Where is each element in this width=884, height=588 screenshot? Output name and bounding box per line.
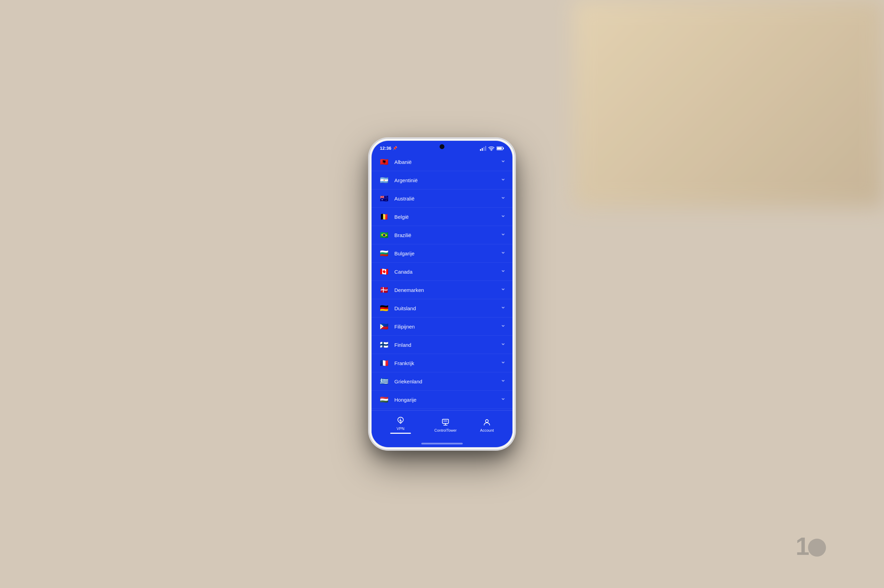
chevron-icon-france	[501, 360, 505, 366]
watermark: 1	[795, 532, 829, 560]
nav-item-vpn[interactable]: VPN	[385, 414, 416, 436]
bottom-nav: VPN ControlTo	[371, 410, 513, 443]
svg-point-11	[444, 420, 445, 422]
country-name-australia: Australië	[394, 196, 501, 201]
country-name-philippines: Filipijnen	[394, 324, 501, 330]
country-item-albania[interactable]: 🇦🇱 Albanië	[371, 153, 513, 171]
chevron-icon-argentina	[501, 177, 505, 183]
flag-greece: 🇬🇷	[379, 376, 389, 387]
svg-rect-1	[482, 148, 483, 151]
country-item-australia[interactable]: 🇦🇺 Australië	[371, 189, 513, 208]
country-name-brazil: Brazilië	[394, 232, 501, 238]
country-name-canada: Canada	[394, 269, 501, 274]
chevron-icon-albania	[501, 159, 505, 165]
svg-point-13	[447, 420, 448, 422]
status-time: 12:36	[380, 146, 391, 151]
watermark-text: 1	[795, 532, 809, 560]
phone-screen: 12:36 📌	[371, 141, 513, 447]
status-bar: 12:36 📌	[371, 141, 513, 153]
nav-item-account[interactable]: Account	[475, 416, 499, 435]
svg-point-14	[486, 420, 488, 422]
svg-rect-3	[485, 146, 486, 151]
signal-icon	[480, 146, 486, 151]
country-name-germany: Duitsland	[394, 305, 501, 311]
country-item-germany[interactable]: 🇩🇪 Duitsland	[371, 299, 513, 318]
country-item-argentina[interactable]: 🇦🇷 Argentinië	[371, 171, 513, 189]
flag-belgium: 🇧🇪	[379, 211, 389, 222]
country-name-hungary: Hongarije	[394, 397, 501, 403]
country-name-belgium: België	[394, 214, 501, 220]
nav-item-controltower[interactable]: ControlTower	[429, 416, 462, 435]
country-list: 🇦🇱 Albanië 🇦🇷 Argentinië 🇦🇺 Australië	[371, 153, 513, 410]
flag-australia: 🇦🇺	[379, 193, 389, 204]
camera-notch	[440, 144, 444, 149]
country-name-argentina: Argentinië	[394, 177, 501, 183]
svg-rect-7	[497, 147, 502, 149]
chevron-icon-denmark	[501, 287, 505, 293]
chevron-icon-philippines	[501, 324, 505, 330]
country-item-hungary[interactable]: 🇭🇺 Hongarije	[371, 391, 513, 409]
account-icon	[483, 418, 492, 427]
country-item-belgium[interactable]: 🇧🇪 België	[371, 208, 513, 226]
chevron-icon-hungary	[501, 397, 505, 403]
vpn-active-indicator	[390, 433, 411, 434]
flag-philippines: 🇵🇭	[379, 321, 389, 332]
flag-albania: 🇦🇱	[379, 156, 389, 167]
flag-argentina: 🇦🇷	[379, 175, 389, 186]
svg-rect-2	[483, 147, 484, 151]
vpn-nav-label: VPN	[397, 426, 405, 430]
country-name-finland: Finland	[394, 342, 501, 348]
svg-point-12	[445, 420, 446, 422]
flag-germany: 🇩🇪	[379, 303, 389, 314]
country-item-brazil[interactable]: 🇧🇷 Brazilië	[371, 226, 513, 244]
country-name-denmark: Denemarken	[394, 287, 501, 293]
flag-finland: 🇫🇮	[379, 339, 389, 350]
status-pin-icon: 📌	[392, 146, 397, 150]
country-name-bulgaria: Bulgarije	[394, 250, 501, 256]
phone-frame: 12:36 📌	[370, 139, 514, 449]
country-item-greece[interactable]: 🇬🇷 Griekenland	[371, 372, 513, 391]
status-time-container: 12:36 📌	[380, 146, 397, 151]
account-nav-label: Account	[480, 428, 494, 432]
chevron-icon-belgium	[501, 214, 505, 220]
flag-hungary: 🇭🇺	[379, 394, 389, 405]
country-item-denmark[interactable]: 🇩🇰 Denemarken	[371, 281, 513, 299]
background-blur	[573, 0, 884, 207]
phone-mockup: 12:36 📌	[370, 139, 514, 449]
flag-bulgaria: 🇧🇬	[379, 248, 389, 259]
wifi-icon	[488, 146, 495, 151]
flag-denmark: 🇩🇰	[379, 284, 389, 296]
svg-rect-6	[503, 147, 504, 149]
flag-canada: 🇨🇦	[379, 266, 389, 277]
svg-rect-0	[480, 149, 481, 151]
country-item-france[interactable]: 🇫🇷 Frankrijk	[371, 354, 513, 372]
country-item-canada[interactable]: 🇨🇦 Canada	[371, 262, 513, 281]
controltower-icon	[441, 418, 450, 427]
home-indicator	[421, 443, 463, 444]
country-item-philippines[interactable]: 🇵🇭 Filipijnen	[371, 318, 513, 336]
chevron-icon-bulgaria	[501, 250, 505, 256]
flag-france: 🇫🇷	[379, 357, 389, 369]
country-name-albania: Albanië	[394, 159, 501, 165]
chevron-icon-finland	[501, 342, 505, 348]
svg-point-4	[491, 150, 492, 151]
status-icons	[480, 146, 504, 151]
country-item-bulgaria[interactable]: 🇧🇬 Bulgarije	[371, 244, 513, 262]
chevron-icon-germany	[501, 305, 505, 311]
battery-icon	[496, 146, 504, 150]
chevron-icon-brazil	[501, 232, 505, 238]
watermark-dot	[808, 538, 826, 556]
country-name-france: Frankrijk	[394, 360, 501, 366]
chevron-icon-greece	[501, 378, 505, 384]
chevron-icon-australia	[501, 196, 505, 201]
flag-brazil: 🇧🇷	[379, 230, 389, 240]
country-item-finland[interactable]: 🇫🇮 Finland	[371, 336, 513, 354]
controltower-nav-label: ControlTower	[434, 428, 457, 432]
vpn-icon	[396, 416, 405, 425]
chevron-icon-canada	[501, 269, 505, 274]
country-name-greece: Griekenland	[394, 378, 501, 384]
